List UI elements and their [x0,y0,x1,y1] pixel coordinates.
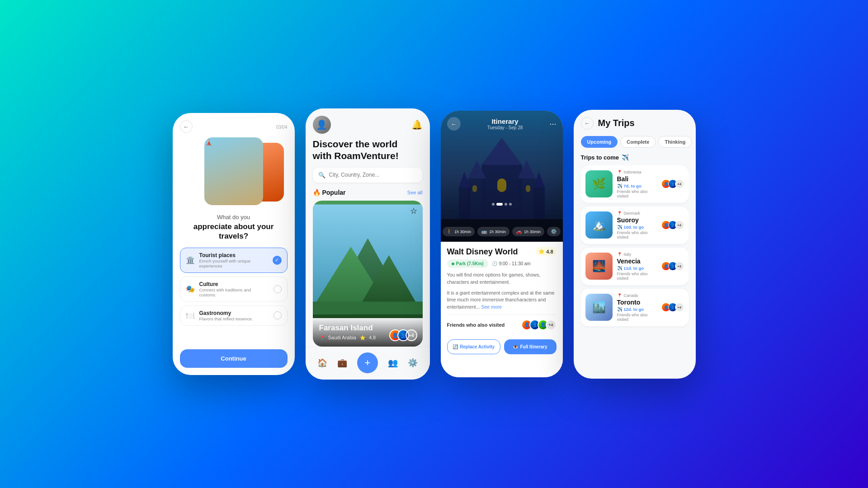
more-options-icon[interactable]: ··· [549,119,556,129]
hero-images: 🗼 🗼 [180,137,288,207]
pin-icon-3: 📍 [617,252,622,257]
card-location: Saudi Arabia [328,335,356,340]
bali-avatars: 👤 👤 +4 [661,179,684,188]
venecia-friends-label: Friends who also visited [617,272,657,281]
extra-icon: ⚙️ [551,229,557,235]
clock-icon: 🕘 [492,261,497,266]
see-more-link[interactable]: See more [481,304,502,310]
pin-icon-4: 📍 [617,293,622,298]
friends-label: Friends who also visited [447,322,505,328]
replace-activity-button[interactable]: 🔄 Replace Activity [447,339,500,354]
full-itinerary-button[interactable]: 👁️ Full Itinerary [504,339,557,354]
bali-country-text: Indonesia [624,170,642,174]
rating-value: 4.8 [546,249,553,254]
park-label: Park (7.5Km) [456,261,484,266]
green-dot [452,263,454,265]
itinerary-label: Full Itinerary [520,344,547,349]
star-icon: ⭐ [360,335,365,340]
card-avatars: 👤 👤 +4 [389,329,417,341]
trips-icon[interactable]: 💼 [337,358,347,368]
itinerary-title: Itinerary [487,117,523,125]
screens-container: ← 03/04 🗼 🗼 What do you appreciate about… [173,108,696,380]
friends-avatars: 👤 👤 👤 +4 [521,319,557,330]
place-tags: Park (7.5Km) 🕘 9:00 - 11:30 am [447,259,557,268]
suoroy-av-count: +4 [675,221,684,230]
popular-label: 🔥 Popular [313,189,346,196]
toronto-info: 📍 Canada Toronto ✈️ 12d. to go Friends w… [617,293,657,322]
section-title: Trips to come ✈️ [581,154,689,161]
tab-thinking[interactable]: Thinking [658,136,692,148]
venecia-av-count: +4 [675,262,684,271]
trips-tabs: Upcoming Complete Thinking [581,136,689,148]
hero-section: ← Itinerary Tuesday - Sep 28 ··· 🚶 [441,111,563,242]
main-image: 🗼 [204,137,263,205]
back-button-1[interactable]: ← [180,120,193,133]
settings-icon[interactable]: ⚙️ [408,358,418,368]
place-header: Walt Disney World ⭐ 4.8 [447,247,557,257]
continue-button[interactable]: Continue [180,349,288,368]
options-list: 🏛️ Tourist places Enrich yourself with u… [180,248,288,345]
card-info: Farasan Island 📍 Saudi Arabia ⭐ 4.8 👤 👤 … [313,317,423,347]
trip-card-bali[interactable]: 🌿 📍 Indonesia Bali ✈️ 7d. to go Friends … [581,165,689,203]
avatar-count: +4 [406,329,417,341]
bottom-nav: 🏠 💼 + 👥 ⚙️ [306,347,430,380]
itinerary-date: Tuesday - Sep 28 [487,125,523,130]
see-all-link[interactable]: See all [407,190,423,195]
mytrips-title: My Trips [598,118,635,128]
screen4-header: ← My Trips [581,117,689,130]
phone-screen-1: ← 03/04 🗼 🗼 What do you appreciate about… [173,113,295,375]
search-input[interactable] [329,172,417,178]
action-buttons: 🔄 Replace Activity 👁️ Full Itinerary [447,339,557,354]
trip-card-venecia[interactable]: 🌉 📍 Italy Venecia ✈️ 11d. to go Friends … [581,248,689,285]
screen2-title: Discover the world with RoamVenture! [306,138,430,168]
toronto-country: 📍 Canada [617,293,657,298]
card-rating: 4.8 [369,335,376,340]
question-block: What do you appreciate about your travel… [180,214,288,241]
trip-card-suoroy[interactable]: 🏔️ 📍 Denmark Suoroy ✈️ 10d. to go Friend… [581,206,689,244]
tab-upcoming[interactable]: Upcoming [581,136,618,148]
toronto-image: 🏙️ [585,294,613,321]
bali-av-count: +4 [675,179,684,188]
friend-count: +4 [546,319,557,330]
option-gastronomy[interactable]: 🍽️ Gastronomy Flavors that reflect essen… [180,305,288,326]
place-desc2: It is a giant entertainment complex and … [447,290,557,311]
stat-car-text: 1h 30min [524,230,541,234]
option-tourist-sub: Enrich yourself with unique experiences [199,258,268,268]
bali-friends-label: Friends who also visited [617,189,657,198]
option-culture-label: Culture [199,281,269,287]
add-button[interactable]: + [357,352,378,373]
bell-icon[interactable]: 🔔 [411,119,423,130]
bali-days: ✈️ 7d. to go [617,183,657,188]
option-gastronomy-text: Gastronomy Flavors that reflect essence. [199,310,269,321]
featured-card[interactable]: ☆ Farasan Island 📍 Saudi Arabia ⭐ 4.8 👤 … [313,201,423,347]
popular-header: 🔥 Popular See all [306,189,430,201]
home-icon[interactable]: 🏠 [317,358,327,368]
hero-title: Itinerary Tuesday - Sep 28 [487,117,523,130]
toronto-country-text: Canada [624,293,638,298]
back-button-4[interactable]: ← [581,117,594,130]
trip-card-toronto[interactable]: 🏙️ 📍 Canada Toronto ✈️ 12d. to go Friend… [581,289,689,326]
option-tourist[interactable]: 🏛️ Tourist places Enrich yourself with u… [180,248,288,273]
culture-icon: 🎭 [186,285,195,293]
favorite-icon[interactable]: ☆ [410,206,417,216]
venecia-name: Venecia [617,258,657,265]
phone-screen-4: ← My Trips Upcoming Complete Thinking Tr… [574,110,696,379]
dot-3 [505,203,507,206]
suoroy-info: 📍 Denmark Suoroy ✈️ 10d. to go Friends w… [617,211,657,239]
friends-icon[interactable]: 👥 [388,358,398,368]
tab-complete[interactable]: Complete [620,136,656,148]
search-bar[interactable]: 🔍 [313,168,423,183]
pin-icon-2: 📍 [617,211,622,216]
toronto-av-count: +4 [675,303,684,312]
back-button-3[interactable]: ← [447,117,461,131]
bali-country: 📍 Indonesia [617,170,657,174]
title-line1: Discover the world [313,139,398,149]
bali-image: 🌿 [585,170,613,197]
stat-extra: ⚙️ [547,227,561,236]
option-culture[interactable]: 🎭 Culture Connect with traditions and cu… [180,277,288,302]
title-line2: with RoamVenture! [313,150,399,161]
search-icon: 🔍 [318,172,326,178]
gastronomy-icon: 🍽️ [186,311,195,320]
toronto-friends-label: Friends who also visited [617,313,657,322]
option-culture-sub: Connect with traditions and customs. [199,287,269,297]
